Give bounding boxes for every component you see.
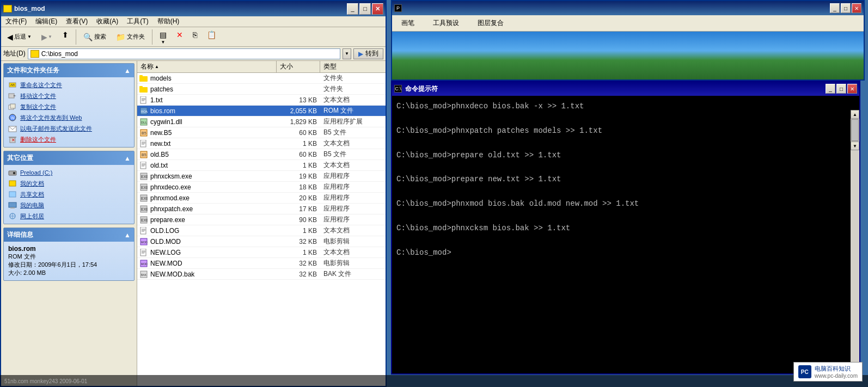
mydocs-icon — [8, 179, 17, 188]
table-row[interactable]: DLL cygwin1.dll 1,829 KB 应用程序扩展 — [137, 116, 386, 127]
cmd-scroll-up-btn[interactable]: ▲ — [851, 110, 859, 119]
cmd-scroll-down-btn[interactable]: ▼ — [851, 142, 859, 150]
cmd-line — [396, 210, 855, 222]
table-row[interactable]: EXE phnxcksm.exe 19 KB 应用程序 — [137, 171, 386, 182]
file-name: old.txt — [150, 162, 168, 169]
file-icon — [139, 85, 148, 93]
task-rename[interactable]: AB 重命名这个文件 — [8, 81, 130, 89]
paint-layer-btn[interactable]: 图层复合 — [473, 17, 509, 29]
copy-button[interactable]: ⎘ — [189, 29, 201, 45]
cmd-maximize-btn[interactable]: □ — [836, 84, 846, 94]
table-row[interactable]: EXE phnxpatch.exe 17 KB 应用程序 — [137, 204, 386, 214]
file-name-cell: BAK NEW.MOD.bak — [137, 271, 277, 278]
svg-text:EXE: EXE — [141, 196, 148, 200]
file-type: 应用程序 — [320, 215, 386, 224]
file-icon — [139, 249, 148, 256]
folders-button[interactable]: 📁 文件夹 — [112, 29, 149, 45]
delete-button[interactable]: ✕ — [173, 29, 187, 45]
up-button[interactable]: ⬆ — [58, 29, 72, 45]
detail-header[interactable]: 详细信息 ▲ — [4, 228, 134, 242]
task-email[interactable]: 以电子邮件形式发送此文件 — [8, 124, 130, 133]
back-button[interactable]: ◀ 后退 ▼ — [3, 29, 35, 45]
address-input-wrap[interactable]: C:\bios_mod — [28, 48, 340, 59]
detail-filetype: ROM 文件 — [8, 253, 130, 261]
task-move[interactable]: 移动这个文件 — [8, 91, 130, 100]
svg-text:✕: ✕ — [11, 138, 15, 143]
menu-file[interactable]: 文件(F) — [3, 16, 29, 27]
location-shared[interactable]: 共享文档 — [8, 190, 130, 199]
cmd-body[interactable]: C:\bios_mod>phnxdeco bios.bak -x >> 1.tx… — [392, 96, 859, 373]
location-preload[interactable]: Preload (C:) — [8, 168, 130, 177]
cmd-window: C:\ 命令提示符 _ □ ✕ C:\bios_mod>phnxdeco bio… — [391, 81, 860, 374]
paint-canvas[interactable] — [392, 32, 864, 79]
cmd-titlebar[interactable]: C:\ 命令提示符 _ □ ✕ — [392, 82, 859, 96]
menu-tools[interactable]: 工具(T) — [125, 16, 150, 27]
other-locations-title: 其它位置 — [7, 153, 33, 163]
file-name-cell: EXE phnxmod.exe — [137, 194, 277, 202]
explorer-minimize-btn[interactable]: _ — [347, 3, 358, 15]
table-row[interactable]: NEW.LOG 1 KB 文本文档 — [137, 247, 386, 258]
cmd-minimize-btn[interactable]: _ — [826, 84, 835, 94]
paint-minimize-btn[interactable]: _ — [830, 3, 840, 13]
task-publish[interactable]: W 将这个文件发布到 Web — [8, 113, 130, 122]
table-row[interactable]: EXE phnxdeco.exe 18 KB 应用程序 — [137, 182, 386, 193]
toolbar-sep2 — [152, 29, 152, 45]
other-locations-header[interactable]: 其它位置 ▲ — [4, 151, 134, 165]
col-size[interactable]: 大小 — [277, 61, 320, 72]
table-row[interactable]: ROM bios.rom 2,055 KB ROM 文件 — [137, 106, 386, 116]
table-row[interactable]: MOD NEW.MOD 32 KB 电影剪辑 — [137, 258, 386, 269]
menu-view[interactable]: 查看(V) — [64, 16, 90, 27]
cmd-scroll-thumb[interactable] — [851, 119, 859, 141]
explorer-titlebar[interactable]: bios_mod _ □ ✕ — [1, 1, 386, 16]
location-mydocs[interactable]: 我的文档 — [8, 179, 130, 188]
move-icon — [8, 91, 17, 100]
table-row[interactable]: EXE prepare.exe 90 KB 应用程序 — [137, 214, 386, 225]
col-name[interactable]: 名称 ▲ — [137, 61, 277, 72]
cmd-close-btn[interactable]: ✕ — [847, 84, 857, 94]
folders-label: 文件夹 — [127, 33, 145, 41]
cmd-line: C:\bios_mod>phnxcksm bios.bak >> 1.txt — [396, 222, 855, 234]
paint-maximize-btn[interactable]: □ — [841, 3, 851, 13]
table-row[interactable]: new.txt 1 KB 文本文档 — [137, 138, 386, 149]
location-mycomputer[interactable]: 我的电脑 — [8, 201, 130, 210]
location-network[interactable]: 网上邻居 — [8, 212, 130, 220]
menu-edit[interactable]: 编辑(E) — [33, 16, 59, 27]
file-tasks-header[interactable]: 文件和文件夹任务 ▲ — [4, 64, 134, 77]
table-row[interactable]: MOD OLD.MOD 32 KB 电影剪辑 — [137, 236, 386, 247]
paint-titlebar[interactable]: P _ □ ✕ — [392, 1, 864, 15]
table-row[interactable]: B5 old.B5 60 KB B5 文件 — [137, 149, 386, 160]
address-dropdown-btn[interactable]: ▼ — [343, 48, 351, 59]
forward-button[interactable]: ▶ ▼ — [38, 29, 56, 45]
shared-icon — [8, 190, 17, 199]
table-row[interactable]: patches 文件夹 — [137, 84, 386, 95]
table-row[interactable]: EXE phnxmod.exe 20 KB 应用程序 — [137, 193, 386, 204]
paint-close-btn[interactable]: ✕ — [852, 3, 861, 13]
table-row[interactable]: OLD.LOG 1 KB 文本文档 — [137, 225, 386, 236]
search-icon: 🔍 — [83, 33, 93, 41]
search-button[interactable]: 🔍 搜索 — [80, 29, 110, 45]
file-type: 文本文档 — [320, 95, 386, 105]
table-row[interactable]: 1.txt 13 KB 文本文档 — [137, 95, 386, 106]
menu-help[interactable]: 帮助(H) — [155, 16, 182, 27]
task-delete[interactable]: ✕ 删除这个文件 — [8, 135, 130, 144]
explorer-close-btn[interactable]: ✕ — [372, 3, 383, 15]
file-icon: EXE — [139, 183, 148, 191]
file-size: 32 KB — [277, 238, 320, 245]
watermark-bar: 51nb.com monkey243 2009-06-01 — [0, 375, 868, 387]
table-row[interactable]: B5 new.B5 60 KB B5 文件 — [137, 127, 386, 138]
table-row[interactable]: old.txt 1 KB 文本文档 — [137, 160, 386, 171]
col-type[interactable]: 类型 — [320, 61, 386, 72]
views-button[interactable]: ▤ ▼ — [156, 29, 170, 45]
paint-brush-btn[interactable]: 画笔 — [396, 17, 419, 29]
address-go-btn[interactable]: ▶ 转到 — [353, 48, 383, 59]
cmd-scrollbar[interactable]: ▲ ▼ — [851, 110, 859, 373]
file-icon — [139, 140, 148, 148]
table-row[interactable]: BAK NEW.MOD.bak 32 KB BAK 文件 — [137, 269, 386, 280]
explorer-maximize-btn[interactable]: □ — [359, 3, 371, 15]
paint-preset-btn[interactable]: 工具预设 — [428, 17, 464, 29]
task-copy[interactable]: 复制这个文件 — [8, 102, 130, 111]
menu-favorites[interactable]: 收藏(A) — [94, 16, 120, 27]
table-row[interactable]: models 文件夹 — [137, 73, 386, 84]
file-icon: MOD — [139, 260, 148, 267]
move-button[interactable]: 📋 — [203, 29, 220, 45]
